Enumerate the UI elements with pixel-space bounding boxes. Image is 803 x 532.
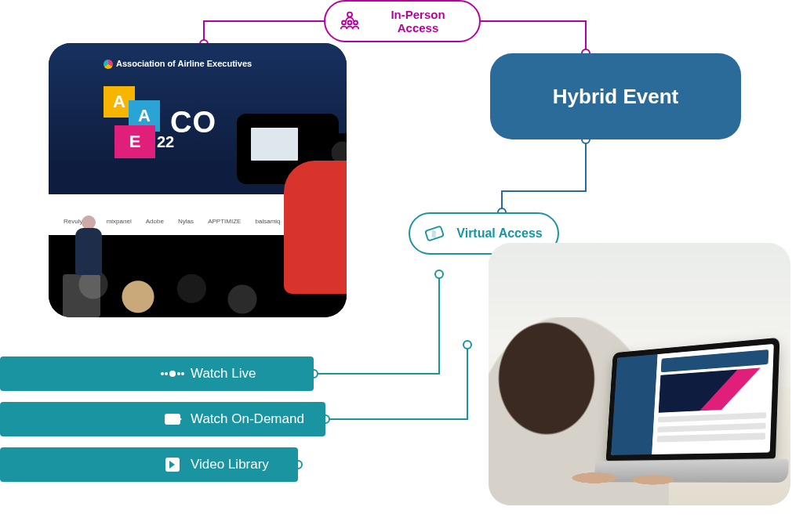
camcorder-icon <box>164 411 181 428</box>
option-label: Video Library <box>191 457 269 472</box>
broadcast-icon <box>164 365 181 382</box>
in-person-conference-illustration: Association of Airline Executives A A E … <box>49 43 347 317</box>
people-group-icon <box>336 9 363 33</box>
svg-point-13 <box>354 20 358 24</box>
option-watch-on-demand: Watch On-Demand <box>0 402 325 436</box>
viewing-options-list: Watch Live Watch On-Demand Video Library <box>0 356 325 493</box>
option-video-library: Video Library <box>0 447 298 482</box>
hybrid-event-label: Hybrid Event <box>553 85 678 109</box>
hybrid-event-node: Hybrid Event <box>490 53 741 139</box>
conference-organization: Association of Airline Executives <box>104 59 252 69</box>
laptop-icon <box>605 338 779 478</box>
svg-point-8 <box>435 270 443 278</box>
option-watch-live: Watch Live <box>0 356 314 391</box>
camera-icon <box>205 90 347 262</box>
option-label: Watch Live <box>191 366 256 382</box>
in-person-access-label: In-Person Access <box>371 8 465 35</box>
option-label: Watch On-Demand <box>191 411 304 427</box>
virtual-attendee-illustration <box>489 243 790 505</box>
svg-point-12 <box>348 20 352 24</box>
ticket-icon <box>421 222 448 245</box>
in-person-access-node: In-Person Access <box>324 0 481 42</box>
diagram-stage: In-Person Access Hybrid Event Virtual Ac… <box>0 0 803 532</box>
svg-point-9 <box>463 341 471 349</box>
video-library-icon <box>164 456 181 473</box>
svg-point-10 <box>347 13 352 17</box>
virtual-access-label: Virtual Access <box>456 226 543 241</box>
svg-point-11 <box>342 20 346 24</box>
